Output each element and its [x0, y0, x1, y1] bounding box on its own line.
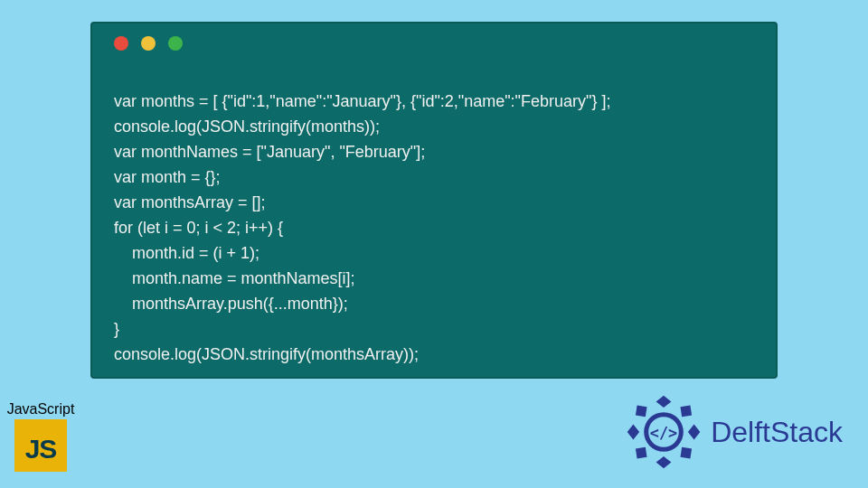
delftstack-name: DelftStack — [711, 416, 843, 449]
delftstack-logo-icon: </> — [626, 394, 702, 470]
code-line: var monthsArray = []; — [114, 193, 266, 211]
svg-marker-4 — [636, 406, 647, 418]
code-window: var months = [ {"id":1,"name":"January"}… — [90, 22, 778, 379]
svg-text:</>: </> — [650, 424, 677, 442]
maximize-icon — [168, 36, 183, 51]
svg-marker-0 — [656, 396, 672, 408]
code-line: monthsArray.push({...month}); — [114, 295, 348, 313]
svg-marker-2 — [627, 425, 639, 440]
js-logo-icon: JS — [14, 419, 67, 472]
code-line: var month = {}; — [114, 168, 221, 186]
close-icon — [114, 36, 128, 51]
code-line: for (let i = 0; i < 2; i++) { — [114, 219, 283, 237]
svg-marker-5 — [681, 406, 693, 418]
minimize-icon — [141, 36, 156, 51]
window-traffic-lights — [114, 36, 754, 51]
code-line: var months = [ {"id":1,"name":"January"}… — [114, 92, 610, 110]
code-line: console.log(JSON.stringify(monthsArray))… — [114, 345, 419, 363]
code-line: month.name = monthNames[i]; — [114, 269, 355, 287]
code-line: month.id = (i + 1); — [114, 244, 259, 262]
code-line: } — [114, 320, 119, 338]
javascript-badge: JavaScript JS — [4, 401, 78, 472]
delftstack-brand: </> DelftStack — [626, 394, 843, 470]
code-line: console.log(JSON.stringify(months)); — [114, 117, 380, 136]
svg-marker-7 — [681, 447, 693, 459]
svg-marker-3 — [688, 425, 700, 440]
js-badge-label: JavaScript — [4, 401, 78, 418]
code-line: var monthNames = ["January", "February"]… — [114, 143, 425, 161]
svg-marker-1 — [656, 456, 672, 468]
code-block: var months = [ {"id":1,"name":"January"}… — [114, 63, 754, 392]
svg-marker-6 — [636, 447, 647, 459]
js-logo-text: JS — [25, 434, 57, 465]
